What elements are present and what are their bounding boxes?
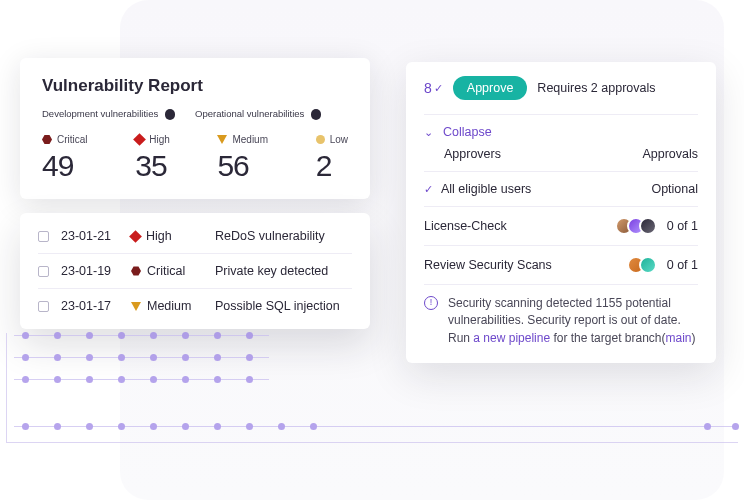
critical-icon [42,135,52,145]
checkbox[interactable] [38,231,49,242]
approvals-columns: Approvers Approvals [424,147,698,161]
axis-y [6,333,7,443]
severity-count: 56 [217,149,268,183]
severity-label: Low [330,134,348,145]
vuln-date: 23-01-17 [61,299,119,313]
severity-low: Low 2 [316,134,348,183]
chart-line [14,335,269,336]
axis-x [6,442,738,443]
severity-label: Critical [57,134,88,145]
high-icon [133,133,146,146]
severity-count: 2 [316,149,348,183]
vuln-description: Private key detected [215,264,352,278]
low-icon [316,135,325,144]
approvals-badge-number: 8 [424,80,432,96]
check-icon: ✓ [434,82,443,95]
approvals-badge: 8 ✓ [424,80,443,96]
col-approvers: Approvers [444,147,501,161]
checkbox[interactable] [38,301,49,312]
vuln-row[interactable]: 23-01-17 Medium Possible SQL injection [38,288,352,323]
vuln-severity: Medium [147,299,191,313]
chart-line [14,379,269,380]
severity-count: 35 [135,149,170,183]
high-icon [129,230,142,243]
approval-row-security: Review Security Scans 0 of 1 [424,246,698,285]
avatar-group [615,217,657,235]
approvals-panel: 8 ✓ Approve Requires 2 approvals ⌄ Colla… [406,62,716,363]
approval-value: 0 of 1 [667,219,698,233]
report-tabs: Development vulnerabilities Operational … [42,108,348,120]
approval-label: All eligible users [441,182,531,196]
avatar [639,217,657,235]
medium-icon [217,135,227,144]
severity-high: High 35 [135,134,170,183]
severity-label: Medium [232,134,268,145]
severity-medium: Medium 56 [217,134,268,183]
report-title: Vulnerability Report [42,76,348,96]
warning-icon: ! [424,296,438,310]
avatar [639,256,657,274]
severity-count: 49 [42,149,88,183]
severity-summary-row: Critical 49 High 35 Medium 56 Low 2 [42,134,348,183]
approvals-header: 8 ✓ Approve Requires 2 approvals [424,76,698,115]
trend-chart [6,333,738,443]
vulnerability-report-card: Vulnerability Report Development vulnera… [20,58,370,199]
approval-value: 0 of 1 [667,258,698,272]
approvals-requires: Requires 2 approvals [537,81,655,95]
vuln-date: 23-01-19 [61,264,119,278]
op-vulns-tab[interactable]: Operational vulnerabilities [195,108,321,120]
collapse-toggle[interactable]: ⌄ Collapse [424,125,698,139]
critical-icon [131,266,141,276]
severity-label: High [149,134,170,145]
op-vulns-count-pill [311,109,321,120]
severity-critical: Critical 49 [42,134,88,183]
vuln-description: ReDoS vulnerability [215,229,352,243]
op-vulns-label: Operational vulnerabilities [195,108,304,119]
check-icon: ✓ [424,183,433,196]
vuln-row[interactable]: 23-01-19 Critical Private key detected [38,253,352,288]
vuln-severity: High [146,229,172,243]
approvals-collapse-section: ⌄ Collapse Approvers Approvals [424,115,698,172]
vuln-description: Possible SQL injection [215,299,352,313]
dev-vulns-tab[interactable]: Development vulnerabilities [42,108,175,120]
vuln-severity: Critical [147,264,185,278]
collapse-label: Collapse [443,125,492,139]
chart-line [14,357,269,358]
approval-row-license: License-Check 0 of 1 [424,207,698,246]
approval-value: Optional [651,182,698,196]
checkbox[interactable] [38,266,49,277]
vuln-date: 23-01-21 [61,229,119,243]
chart-line [14,426,738,427]
approval-label: Review Security Scans [424,258,552,272]
vulnerability-list: 23-01-21 High ReDoS vulnerability 23-01-… [20,213,370,329]
vuln-row[interactable]: 23-01-21 High ReDoS vulnerability [38,219,352,253]
approval-label: License-Check [424,219,507,233]
dev-vulns-count-pill [165,109,175,120]
col-approvals: Approvals [642,147,698,161]
dev-vulns-label: Development vulnerabilities [42,108,158,119]
approve-button[interactable]: Approve [453,76,528,100]
medium-icon [131,302,141,311]
chevron-down-icon: ⌄ [424,126,433,139]
approval-row-eligible: ✓ All eligible users Optional [424,172,698,207]
avatar-group [627,256,657,274]
